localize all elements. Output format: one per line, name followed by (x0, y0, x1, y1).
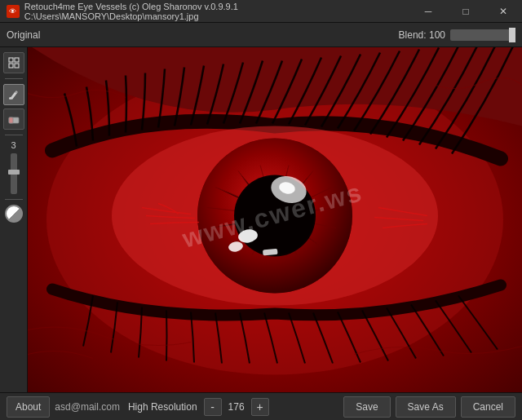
svg-rect-3 (15, 64, 19, 68)
tool-separator-2 (5, 135, 23, 135)
tool-separator-3 (5, 199, 23, 200)
eye-canvas-svg: www.cwer.ws (28, 47, 522, 392)
svg-point-4 (9, 97, 11, 99)
bottom-right-actions: Save Save As Cancel (343, 396, 515, 418)
main-content: 3 (0, 47, 522, 392)
close-button[interactable]: ✕ (484, 0, 522, 23)
resolution-label: High Resolution (128, 401, 197, 413)
toolbar-row: Original Blend: 100 (0, 23, 522, 47)
zoom-tool-button[interactable] (3, 52, 24, 73)
res-value: 176 (225, 401, 248, 413)
blend-container: Blend: 100 (399, 29, 515, 41)
titlebar-controls: ─ □ ✕ (409, 0, 522, 23)
minimize-button[interactable]: ─ (409, 0, 447, 23)
about-button[interactable]: About (7, 396, 50, 418)
app-icon: 👁 (7, 5, 20, 18)
svg-rect-1 (15, 58, 19, 62)
titlebar-left: 👁 Retouch4me Eye Vessels (c) Oleg Sharon… (7, 2, 409, 21)
svg-rect-2 (9, 64, 13, 68)
save-as-button[interactable]: Save As (396, 396, 456, 418)
brush-tool-button[interactable] (3, 84, 24, 105)
res-increase-button[interactable]: + (251, 398, 269, 416)
bottom-email: asd@mail.com (55, 401, 120, 413)
resolution-controls: - 176 + (204, 398, 269, 416)
tool-separator-1 (5, 78, 23, 79)
titlebar: 👁 Retouch4me Eye Vessels (c) Oleg Sharon… (0, 0, 522, 23)
brush-size-label: 3 (3, 140, 24, 150)
svg-rect-0 (9, 58, 13, 62)
save-button[interactable]: Save (343, 396, 390, 418)
bottom-bar: About asd@mail.com High Resolution - 176… (0, 392, 522, 420)
titlebar-title: Retouch4me Eye Vessels (c) Oleg Sharonov… (24, 2, 409, 21)
size-slider[interactable] (11, 153, 17, 194)
svg-rect-6 (9, 117, 13, 123)
res-decrease-button[interactable]: - (204, 398, 222, 416)
blend-label: Blend: 100 (399, 29, 445, 41)
opacity-control[interactable] (5, 205, 23, 223)
left-toolbar: 3 (0, 47, 28, 392)
blend-slider[interactable] (450, 29, 515, 41)
eraser-tool-button[interactable] (3, 108, 24, 130)
maximize-button[interactable]: □ (447, 0, 484, 23)
cancel-button[interactable]: Cancel (461, 396, 515, 418)
canvas-area[interactable]: www.cwer.ws (28, 47, 522, 392)
view-label: Original (7, 29, 40, 41)
